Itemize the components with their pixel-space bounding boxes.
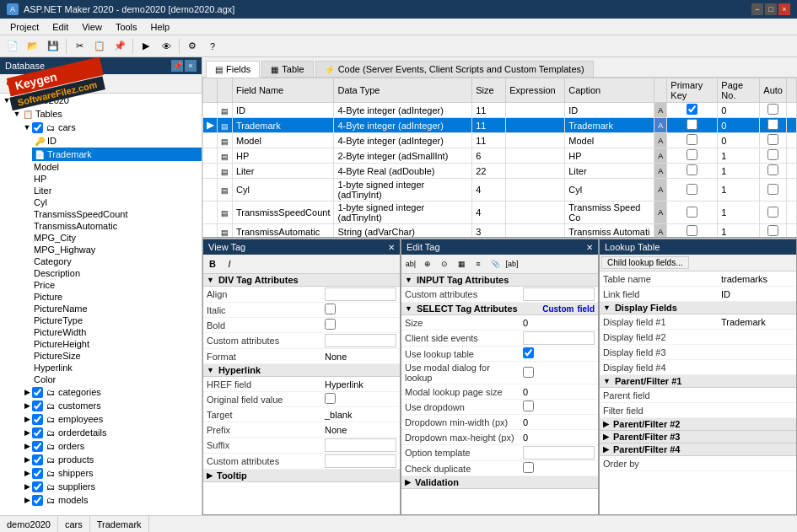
sidebar-pin[interactable]: 📌 bbox=[171, 60, 183, 72]
tree-item-picturesize[interactable]: PictureSize bbox=[32, 350, 202, 362]
toolbar-preview[interactable]: 👁 bbox=[157, 37, 175, 56]
toolbar-generate[interactable]: ▶ bbox=[137, 37, 155, 56]
et-btn6[interactable]: 📎 bbox=[487, 256, 503, 271]
tree-item-id[interactable]: 🔑 ID bbox=[32, 134, 202, 148]
parentfilter4-section[interactable]: ▶ Parent/Filter #4 bbox=[600, 443, 796, 456]
tree-item-root[interactable]: ▼ 🗄 demo2020 bbox=[0, 94, 202, 107]
tree-item-transmissspeedcount[interactable]: TransmissSpeedCount bbox=[32, 208, 202, 220]
tree-item-liter[interactable]: Liter bbox=[32, 185, 202, 196]
toolbar-copy[interactable]: 📋 bbox=[90, 37, 109, 56]
select-tag-toggle[interactable]: ▼ bbox=[405, 304, 412, 313]
customers-checkbox[interactable] bbox=[32, 400, 43, 411]
field-row-id[interactable]: ▤ ID 4-Byte integer (adInteger) 11 ID A … bbox=[203, 103, 797, 118]
vt-align-input[interactable] bbox=[325, 287, 396, 301]
select-tag-section[interactable]: ▼ SELECT Tag Attributes Custom field bbox=[401, 303, 598, 315]
expander-categories[interactable]: ▶ bbox=[22, 387, 32, 397]
et-btn2[interactable]: ⊕ bbox=[420, 256, 435, 271]
pk-checkbox-trademark[interactable] bbox=[687, 119, 697, 130]
field-row-model[interactable]: ▤ Model 4-Byte integer (adInteger) 11 Mo… bbox=[203, 133, 797, 148]
sidebar-refresh[interactable]: ↺ bbox=[2, 76, 17, 91]
toolbar-save[interactable]: 💾 bbox=[44, 37, 62, 56]
input-tag-toggle[interactable]: ▼ bbox=[405, 276, 412, 284]
expander-tables[interactable]: ▼ bbox=[12, 109, 22, 119]
toolbar-help[interactable]: ? bbox=[203, 37, 222, 56]
tree-item-mpghighway[interactable]: MPG_Highway bbox=[32, 244, 202, 255]
pk-checkbox-transmissspeedcount[interactable] bbox=[687, 207, 697, 218]
field-row-liter[interactable]: ▤ Liter 4-Byte Real (adDouble) 22 Liter … bbox=[203, 164, 797, 179]
expander-orders[interactable]: ▶ bbox=[22, 441, 32, 451]
vt-originalfield-checkbox[interactable] bbox=[325, 393, 336, 404]
tree-item-employees[interactable]: ▶ 🗂 employees bbox=[0, 412, 202, 426]
pk-checkbox-hp[interactable] bbox=[687, 149, 697, 160]
et-usedropdown-checkbox[interactable] bbox=[523, 400, 534, 411]
vt-italic-checkbox[interactable] bbox=[325, 304, 336, 314]
et-uselookup-checkbox[interactable] bbox=[523, 347, 534, 358]
tree-item-picture[interactable]: Picture bbox=[32, 291, 202, 303]
close-button[interactable]: × bbox=[778, 3, 790, 15]
auto-checkbox-cyl[interactable] bbox=[767, 184, 778, 195]
tree-item-picturename[interactable]: PictureName bbox=[32, 303, 202, 314]
toolbar-cut[interactable]: ✂ bbox=[70, 37, 89, 56]
orders-checkbox[interactable] bbox=[32, 441, 43, 452]
vt-customattrs2-input[interactable] bbox=[325, 454, 396, 468]
toolbar-paste[interactable]: 📌 bbox=[110, 37, 129, 56]
toolbar-new[interactable]: 📄 bbox=[3, 37, 22, 56]
auto-checkbox-model[interactable] bbox=[767, 134, 778, 145]
expander-products[interactable]: ▶ bbox=[22, 454, 32, 465]
suppliers-checkbox[interactable] bbox=[32, 481, 43, 492]
et-btn3[interactable]: ⊙ bbox=[437, 256, 452, 271]
sidebar-expand[interactable]: + bbox=[19, 76, 34, 91]
toolbar-settings[interactable]: ⚙ bbox=[183, 37, 202, 56]
orderdetails-checkbox[interactable] bbox=[32, 427, 43, 438]
et-checkduplicate-checkbox[interactable] bbox=[523, 462, 534, 473]
view-tag-close[interactable]: ✕ bbox=[388, 243, 395, 252]
tree-item-customers[interactable]: ▶ 🗂 customers bbox=[0, 399, 202, 412]
field-row-cyl[interactable]: ▤ Cyl 1-byte signed integer (adTinyInt) … bbox=[203, 179, 797, 202]
field-row-transmissspeedcount[interactable]: ▤ TransmissSpeedCount 1-byte signed inte… bbox=[203, 202, 797, 224]
edit-tag-close[interactable]: ✕ bbox=[586, 243, 593, 252]
sidebar-close[interactable]: × bbox=[185, 60, 197, 72]
et-btn5[interactable]: ≡ bbox=[471, 256, 486, 271]
tree-item-color[interactable]: Color bbox=[32, 373, 202, 385]
tree-item-hyperlink[interactable]: Hyperlink bbox=[32, 362, 202, 373]
div-tag-toggle[interactable]: ▼ bbox=[207, 276, 214, 284]
tree-item-transmissautomatic[interactable]: TransmissAutomatic bbox=[32, 220, 202, 232]
tree-item-trademark[interactable]: 📄 Trademark bbox=[32, 148, 202, 161]
expander-models[interactable]: ▶ bbox=[22, 495, 32, 505]
tree-item-hp[interactable]: HP bbox=[32, 173, 202, 185]
vt-bold-checkbox[interactable] bbox=[325, 319, 336, 330]
menu-view[interactable]: View bbox=[75, 20, 109, 34]
tooltip-toggle[interactable]: ▶ bbox=[207, 471, 213, 480]
validation-section[interactable]: ▶ Validation bbox=[401, 476, 598, 489]
tree-item-mpgcity[interactable]: MPG_City bbox=[32, 232, 202, 244]
pk-checkbox-liter[interactable] bbox=[687, 164, 697, 175]
pk-checkbox-cyl[interactable] bbox=[687, 184, 697, 195]
tree-item-categories[interactable]: ▶ 🗂 categories bbox=[0, 385, 202, 399]
vt-bold-btn[interactable]: B bbox=[205, 256, 220, 271]
et-optiontemplate-input[interactable] bbox=[523, 446, 595, 459]
field-row-trademark[interactable]: ▶ ▤ Trademark 4-Byte integer (adInteger)… bbox=[203, 118, 797, 133]
tree-item-description[interactable]: Description bbox=[32, 267, 202, 279]
tree-item-price[interactable]: Price bbox=[32, 279, 202, 291]
tree-item-tables[interactable]: ▼ 📋 Tables bbox=[0, 107, 202, 121]
vt-customattrs-input[interactable] bbox=[325, 334, 396, 347]
tree-item-cars[interactable]: ▼ 🗂 cars bbox=[0, 121, 202, 134]
toolbar-open[interactable]: 📂 bbox=[24, 37, 42, 56]
menu-edit[interactable]: Edit bbox=[46, 20, 75, 34]
models-checkbox[interactable] bbox=[32, 495, 43, 506]
parentfilter2-section[interactable]: ▶ Parent/Filter #2 bbox=[600, 418, 796, 431]
auto-checkbox-hp[interactable] bbox=[767, 149, 778, 160]
field-row-hp[interactable]: ▤ HP 2-Byte integer (adSmallInt) 6 HP A … bbox=[203, 148, 797, 164]
expander-shippers[interactable]: ▶ bbox=[22, 468, 32, 478]
hyperlink-toggle[interactable]: ▼ bbox=[207, 366, 214, 374]
tree-item-model[interactable]: Model bbox=[32, 161, 202, 173]
menu-project[interactable]: Project bbox=[3, 20, 46, 34]
et-btn1[interactable]: ab| bbox=[403, 256, 418, 271]
tab-code[interactable]: ⚡ Code (Server Events, Client Scripts an… bbox=[315, 61, 594, 77]
expander-employees[interactable]: ▶ bbox=[22, 414, 32, 424]
menu-help[interactable]: Help bbox=[144, 20, 177, 34]
auto-checkbox-trademark[interactable] bbox=[767, 119, 778, 130]
child-lookup-button[interactable]: Child lookup fields... bbox=[601, 256, 689, 269]
auto-checkbox-transmissspeedcount[interactable] bbox=[767, 207, 778, 218]
tree-item-suppliers[interactable]: ▶ 🗂 suppliers bbox=[0, 480, 202, 493]
